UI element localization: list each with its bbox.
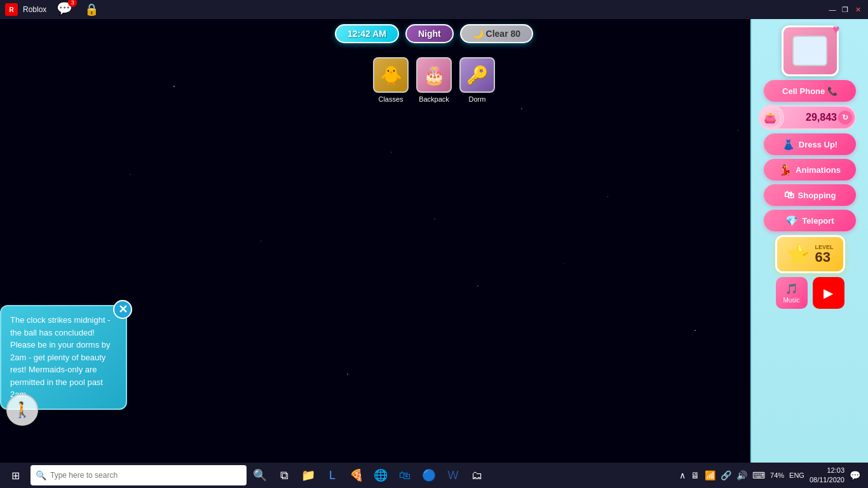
edge-button[interactable]: 🌐 xyxy=(370,464,391,486)
taskbar: ⊞ 🔍 🔍 ⧉ 📁 L 🍕 🌐 🛍 🔵 W 🗂 ∧ 🖥 📶 🔗 xyxy=(0,463,868,488)
teleport-label: Teleport xyxy=(802,216,834,226)
youtube-button[interactable]: ▶ xyxy=(813,277,844,309)
phone-screen xyxy=(792,36,827,66)
search-icon: 🔍 xyxy=(36,470,46,480)
word-icon: W xyxy=(448,469,459,482)
chevron-up-icon[interactable]: ∧ xyxy=(679,470,686,480)
dress-up-button[interactable]: 👗 Dress Up! xyxy=(764,133,856,155)
start-button[interactable]: ⊞ xyxy=(3,463,28,488)
notification-close-button[interactable]: ✕ xyxy=(113,300,132,319)
task-view-button[interactable]: ⧉ xyxy=(273,464,295,486)
bottom-panel-icons: 🎵 Music ▶ xyxy=(776,277,844,309)
file-explorer-button[interactable]: 📁 xyxy=(297,464,319,486)
battery-indicator: 74% xyxy=(770,471,784,479)
cell-phone-button[interactable]: Cell Phone 📞 xyxy=(764,80,856,102)
titlebar-left: R Roblox 💬 3 🔒 xyxy=(5,1,98,18)
phone-display xyxy=(782,25,839,76)
level-star-icon: ⭐ xyxy=(786,242,811,266)
search-bar[interactable]: 🔍 xyxy=(31,465,247,485)
wifi-icon[interactable]: 📶 xyxy=(705,470,715,480)
classes-icon[interactable]: 🐥 Classes xyxy=(373,57,409,103)
titlebar: R Roblox 💬 3 🔒 — ❐ ✕ xyxy=(0,0,868,19)
task-view-icon: ⧉ xyxy=(280,469,288,482)
shopping-button[interactable]: 🛍 Shopping xyxy=(764,184,856,206)
search-input[interactable] xyxy=(50,471,241,480)
system-tray: ∧ 🖥 📶 🔗 🔊 ⌨ 74% ENG 12:03 08/11/2020 💬 xyxy=(679,466,865,485)
windows-icon: ⊞ xyxy=(11,470,20,482)
chrome-icon: 🔵 xyxy=(422,468,436,482)
taskbar-time: 12:03 xyxy=(810,466,844,475)
cortana-button[interactable]: 🔍 xyxy=(249,464,271,486)
notification-message: The clock strikes midnight - the ball ha… xyxy=(10,314,117,401)
backpack-label: Backpack xyxy=(419,95,449,103)
edge-icon: 🌐 xyxy=(374,468,388,482)
weather-label: Night xyxy=(418,29,441,39)
cortana-icon: 🔍 xyxy=(253,468,267,482)
backpack-icon[interactable]: 🎂 Backpack xyxy=(416,57,452,103)
animations-label: Animations xyxy=(796,165,841,175)
cell-phone-label: Cell Phone 📞 xyxy=(782,86,837,96)
weather-icon: 🌙 xyxy=(473,29,484,39)
pizzahut-button[interactable]: 🍕 xyxy=(346,464,367,486)
clear-display: 🌙 Clear 80 xyxy=(460,24,533,43)
shopping-label: Shopping xyxy=(798,191,836,200)
maximize-button[interactable]: ❐ xyxy=(840,4,850,15)
music-button[interactable]: 🎵 Music xyxy=(776,277,808,309)
store-button[interactable]: 🛍 xyxy=(394,464,416,486)
badge-count: 3 xyxy=(68,0,77,7)
dress-up-label: Dress Up! xyxy=(799,140,837,149)
datetime-display: 12:03 08/11/2020 xyxy=(810,466,844,485)
notepad-button[interactable]: L xyxy=(322,464,343,486)
backpack-image: 🎂 xyxy=(416,57,452,93)
battery-label: 74% xyxy=(770,471,784,479)
currency-refresh-button[interactable]: ↻ xyxy=(838,111,852,125)
titlebar-controls: — ❐ ✕ xyxy=(827,4,863,15)
notification-badge[interactable]: 💬 3 xyxy=(57,1,74,18)
keyboard-icon[interactable]: ⌨ xyxy=(752,470,765,480)
minimize-button[interactable]: — xyxy=(827,4,837,15)
dorm-image: 🔑 xyxy=(459,57,495,93)
network2-icon[interactable]: 🔗 xyxy=(721,470,731,480)
lang-indicator: ENG xyxy=(789,471,804,479)
file-manager-button[interactable]: 🗂 xyxy=(466,464,488,486)
classes-label: Classes xyxy=(378,95,403,103)
dorm-label: Dorm xyxy=(469,95,486,103)
file-manager-icon: 🗂 xyxy=(471,469,483,482)
top-hud: 12:42 AM Night 🌙 Clear 80 xyxy=(0,24,868,43)
walk-button[interactable]: 🚶 xyxy=(6,394,38,426)
lock-icon[interactable]: 🔒 xyxy=(85,3,98,17)
roblox-logo: R xyxy=(5,3,18,16)
word-button[interactable]: W xyxy=(442,464,464,486)
level-badge: ⭐ LEVEL 63 xyxy=(775,235,845,273)
game-area: 12:42 AM Night 🌙 Clear 80 🐥 Classes 🎂 Ba… xyxy=(0,19,868,463)
currency-display: 👛 29,843 ↻ xyxy=(764,105,856,130)
time-display: 12:42 AM xyxy=(335,24,399,43)
level-text: LEVEL 63 xyxy=(815,244,833,264)
network-icon[interactable]: 🖥 xyxy=(691,470,700,480)
store-icon: 🛍 xyxy=(399,469,410,482)
file-explorer-icon: 📁 xyxy=(301,468,315,482)
taskbar-date: 08/11/2020 xyxy=(810,475,844,485)
currency-amount: 29,843 xyxy=(806,112,837,123)
animations-button[interactable]: 💃 Animations xyxy=(764,159,856,180)
teleport-button[interactable]: 💎 Teleport xyxy=(764,210,856,231)
right-panel: Cell Phone 📞 👛 29,843 ↻ 👗 Dress Up! 💃 An… xyxy=(750,19,868,463)
dorm-icon[interactable]: 🔑 Dorm xyxy=(459,57,495,103)
pizzahut-icon: 🍕 xyxy=(349,468,363,482)
music-label: Music xyxy=(783,297,799,304)
currency-coin: 👛 xyxy=(759,106,782,129)
chrome-button[interactable]: 🔵 xyxy=(418,464,440,486)
notification-center-icon[interactable]: 💬 xyxy=(850,470,860,480)
classes-image: 🐥 xyxy=(373,57,409,93)
close-button[interactable]: ✕ xyxy=(853,4,863,15)
volume-icon[interactable]: 🔊 xyxy=(736,470,747,480)
titlebar-title: Roblox xyxy=(23,5,46,14)
game-icons-row: 🐥 Classes 🎂 Backpack 🔑 Dorm xyxy=(373,57,495,103)
notepad-icon: L xyxy=(329,469,336,482)
weather-display: Night xyxy=(405,24,454,43)
clear-label: Clear 80 xyxy=(486,29,520,39)
level-number: 63 xyxy=(815,250,830,264)
